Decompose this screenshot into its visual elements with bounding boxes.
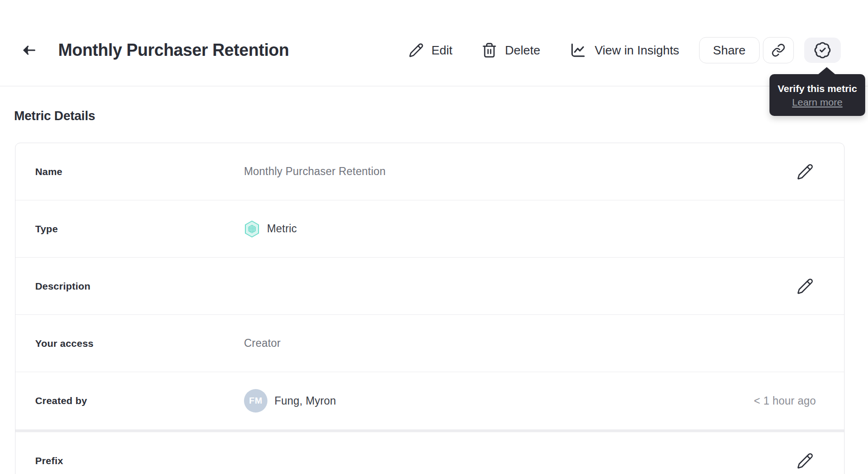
metric-details-card: Name Monthly Purchaser Retention Type xyxy=(15,143,845,474)
line-chart-icon xyxy=(569,41,587,59)
edit-button[interactable]: Edit xyxy=(409,43,452,58)
access-label: Your access xyxy=(35,338,244,349)
verify-metric-button[interactable] xyxy=(804,38,841,63)
type-value: Metric xyxy=(267,222,297,235)
share-button[interactable]: Share xyxy=(699,37,760,63)
page-title: Monthly Purchaser Retention xyxy=(58,40,289,60)
access-value: Creator xyxy=(244,337,816,350)
link-icon xyxy=(771,43,785,57)
metric-hexagon-icon xyxy=(244,220,260,238)
pencil-icon xyxy=(797,278,814,295)
created-timestamp: < 1 hour ago xyxy=(754,395,816,407)
type-label: Type xyxy=(35,223,244,235)
copy-link-button[interactable] xyxy=(763,37,794,63)
pencil-icon xyxy=(797,163,814,180)
edit-prefix-button[interactable] xyxy=(794,450,816,472)
edit-label: Edit xyxy=(431,43,452,58)
trash-icon xyxy=(481,42,497,58)
created-by-label: Created by xyxy=(35,395,244,406)
detail-row-type: Type Metric xyxy=(15,200,844,258)
detail-row-access: Your access Creator xyxy=(15,315,844,372)
pencil-icon xyxy=(797,452,814,469)
verify-tooltip: Verify this metric Learn more xyxy=(769,74,865,116)
name-label: Name xyxy=(35,166,244,177)
pencil-icon xyxy=(409,43,424,58)
view-in-insights-label: View in Insights xyxy=(594,43,679,58)
page-header: Monthly Purchaser Retention Edit xyxy=(0,0,868,86)
name-value: Monthly Purchaser Retention xyxy=(244,165,794,178)
header-toolbar: Edit Delete xyxy=(409,37,841,63)
arrow-left-icon xyxy=(20,42,37,59)
detail-row-description: Description xyxy=(15,258,844,315)
verify-tooltip-title: Verify this metric xyxy=(777,82,857,96)
detail-row-name: Name Monthly Purchaser Retention xyxy=(15,143,844,200)
detail-row-prefix: Prefix xyxy=(15,432,844,474)
section-title: Metric Details xyxy=(14,109,95,123)
description-label: Description xyxy=(35,281,244,292)
avatar: FM xyxy=(244,389,267,413)
delete-button[interactable]: Delete xyxy=(481,42,540,58)
learn-more-link[interactable]: Learn more xyxy=(792,96,842,109)
view-in-insights-button[interactable]: View in Insights xyxy=(569,41,679,59)
detail-row-created-by: Created by FM Fung, Myron < 1 hour ago xyxy=(15,372,844,429)
delete-label: Delete xyxy=(505,43,540,58)
created-by-value: Fung, Myron xyxy=(274,395,336,407)
back-button[interactable] xyxy=(18,39,39,61)
edit-name-button[interactable] xyxy=(794,161,816,183)
prefix-label: Prefix xyxy=(35,455,244,466)
verified-badge-icon xyxy=(814,41,831,59)
edit-description-button[interactable] xyxy=(794,275,816,297)
share-button-group: Share xyxy=(699,37,794,63)
